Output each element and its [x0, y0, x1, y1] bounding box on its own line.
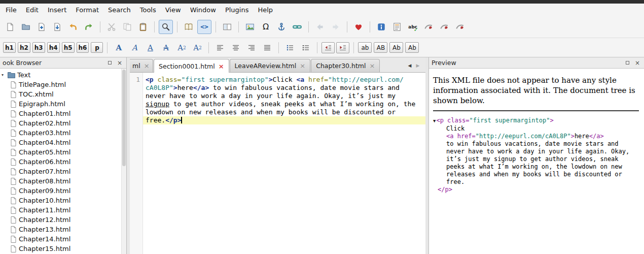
file-item[interactable]: Chapter03.html: [0, 128, 126, 138]
new-file-button[interactable]: [3, 20, 17, 34]
heading-button[interactable]: h6: [77, 42, 89, 53]
donate-button[interactable]: [351, 20, 366, 34]
scrollbar-thumb[interactable]: [122, 70, 126, 166]
menu-item[interactable]: Format: [71, 5, 103, 15]
increase-indent-button[interactable]: [336, 42, 349, 53]
heading-button[interactable]: h3: [32, 42, 45, 53]
heading-button[interactable]: h2: [18, 42, 30, 53]
menu-item[interactable]: Search: [103, 5, 135, 15]
plugin-button-2[interactable]: [437, 20, 451, 34]
file-item[interactable]: Chapter11.html: [0, 205, 126, 215]
strikethrough-button[interactable]: A: [159, 41, 173, 55]
scrollbar[interactable]: [121, 69, 126, 254]
align-left-button[interactable]: [213, 41, 227, 55]
underline-button[interactable]: A: [143, 41, 157, 55]
heading-button[interactable]: h5: [62, 42, 75, 53]
folder-row-text[interactable]: ▾ Text: [0, 70, 126, 80]
tab-next-button[interactable]: ▶: [414, 61, 421, 70]
tab[interactable]: Chapter30.html ×: [311, 59, 380, 72]
insert-id-button[interactable]: [274, 20, 289, 34]
heading-button[interactable]: p: [91, 42, 103, 53]
tab[interactable]: LeaveAReview.html ×: [230, 59, 311, 72]
float-panel-icon[interactable]: [623, 59, 631, 67]
align-center-button[interactable]: [229, 41, 243, 55]
toolbar-separator: [370, 21, 370, 33]
align-right-button[interactable]: [244, 41, 259, 55]
menu-item[interactable]: Window: [186, 5, 221, 15]
tab-close-icon[interactable]: ×: [144, 62, 150, 69]
metadata-editor-button[interactable]: [374, 20, 388, 34]
file-item[interactable]: Chapter05.html: [0, 147, 126, 157]
file-item[interactable]: Chapter08.html: [0, 176, 126, 186]
file-item[interactable]: Epigraph.html: [0, 99, 126, 109]
menu-item[interactable]: Insert: [43, 5, 71, 15]
decrease-indent-button[interactable]: [321, 42, 335, 53]
spellcheck-button[interactable]: abc✓: [406, 20, 420, 34]
menu-item[interactable]: View: [161, 5, 186, 15]
subscript-button[interactable]: A2: [174, 41, 189, 55]
file-item[interactable]: TOC.xhtml: [0, 89, 126, 99]
cut-button[interactable]: [104, 20, 119, 34]
code-view-button[interactable]: <>: [197, 20, 211, 34]
file-item[interactable]: Chapter04.html: [0, 138, 126, 147]
tab-close-icon[interactable]: ×: [219, 63, 224, 70]
close-panel-icon[interactable]: ×: [116, 59, 124, 67]
file-item[interactable]: Chapter12.html: [0, 215, 126, 225]
file-item[interactable]: Chapter13.html: [0, 225, 126, 234]
numbered-list-button[interactable]: [299, 41, 313, 55]
insert-link-button[interactable]: [290, 20, 304, 34]
tab[interactable]: ml ×: [130, 59, 153, 72]
file-item[interactable]: Chapter02.html: [0, 118, 126, 128]
change-case-button[interactable]: Ab: [389, 42, 403, 53]
save-button[interactable]: [50, 20, 64, 34]
copy-button[interactable]: [120, 20, 134, 34]
plugin-button-1[interactable]: [421, 20, 436, 34]
close-panel-icon[interactable]: ×: [633, 59, 641, 67]
menu-item[interactable]: Edit: [21, 5, 43, 15]
book-view-button[interactable]: [182, 20, 196, 34]
code-lines[interactable]: <p class="first supermargintop">Click <a…: [143, 73, 425, 254]
forward-button[interactable]: [329, 20, 343, 34]
file-item[interactable]: Chapter07.html: [0, 167, 126, 176]
file-item[interactable]: Chapter06.html: [0, 157, 126, 167]
redo-button[interactable]: [82, 20, 96, 34]
change-case-button[interactable]: ab: [358, 42, 372, 53]
add-existing-file-button[interactable]: [34, 20, 49, 34]
tab-prev-button[interactable]: ◀: [406, 61, 413, 70]
find-replace-button[interactable]: [159, 20, 173, 34]
insert-image-button[interactable]: [243, 20, 257, 34]
file-item[interactable]: Chapter10.html: [0, 196, 126, 205]
heading-button[interactable]: h4: [47, 42, 60, 53]
superscript-button[interactable]: A2: [190, 41, 204, 55]
collapse-toggle-icon[interactable]: ▼: [433, 118, 436, 123]
tab-close-icon[interactable]: ×: [369, 62, 375, 69]
file-item[interactable]: TitlePage.html: [0, 80, 126, 89]
file-item[interactable]: Chapter15.html: [0, 244, 126, 253]
special-character-button[interactable]: Ω: [259, 20, 273, 34]
bold-button[interactable]: A: [112, 41, 126, 55]
float-panel-icon[interactable]: [105, 59, 114, 67]
menu-item[interactable]: Help: [253, 5, 277, 15]
file-item[interactable]: Chapter14.html: [0, 234, 126, 244]
italic-button[interactable]: A: [127, 41, 141, 55]
tab-close-icon[interactable]: ×: [300, 62, 305, 69]
change-case-button[interactable]: Ab: [405, 42, 419, 53]
menu-item[interactable]: Tools: [135, 5, 161, 15]
menu-item[interactable]: File: [1, 5, 21, 15]
split-view-button[interactable]: [220, 20, 234, 34]
align-justify-button[interactable]: [260, 41, 274, 55]
tab[interactable]: Section0001.html ×: [154, 59, 229, 73]
back-button[interactable]: [313, 20, 327, 34]
open-file-button[interactable]: [19, 20, 33, 34]
heading-button[interactable]: h1: [3, 42, 16, 53]
paste-button[interactable]: [136, 20, 150, 34]
undo-button[interactable]: [66, 20, 80, 34]
menu-item[interactable]: Plugins: [221, 5, 254, 15]
file-item[interactable]: Chapter09.html: [0, 186, 126, 196]
toc-editor-button[interactable]: [390, 20, 404, 34]
change-case-button[interactable]: AB: [374, 42, 387, 53]
expander-icon[interactable]: ▾: [2, 73, 6, 77]
plugin-button-3[interactable]: [453, 20, 467, 34]
file-item[interactable]: Chapter01.html: [0, 109, 126, 118]
bullet-list-button[interactable]: [283, 41, 297, 55]
